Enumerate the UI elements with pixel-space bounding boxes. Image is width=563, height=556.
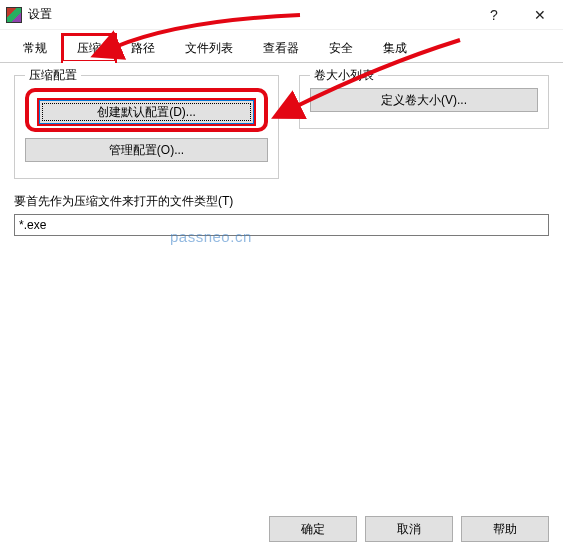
window-title: 设置 (28, 6, 52, 23)
ok-button[interactable]: 确定 (269, 516, 357, 542)
dialog-buttons: 确定 取消 帮助 (269, 516, 549, 542)
tab-security[interactable]: 安全 (314, 34, 368, 62)
manage-config-button[interactable]: 管理配置(O)... (25, 138, 268, 162)
help-dialog-button[interactable]: 帮助 (461, 516, 549, 542)
tab-filelist[interactable]: 文件列表 (170, 34, 248, 62)
group-compress-config: 压缩配置 创建默认配置(D)... 管理配置(O)... (14, 75, 279, 179)
highlight-create-default: 创建默认配置(D)... (25, 88, 268, 132)
group-volume-list-legend: 卷大小列表 (310, 67, 378, 84)
window-controls: ? ✕ (471, 0, 563, 30)
tab-viewer[interactable]: 查看器 (248, 34, 314, 62)
group-compress-config-legend: 压缩配置 (25, 67, 81, 84)
titlebar: 设置 ? ✕ (0, 0, 563, 30)
tab-page-compression: 压缩配置 创建默认配置(D)... 管理配置(O)... 卷大小列表 定义卷大小… (0, 63, 563, 236)
close-button[interactable]: ✕ (517, 0, 563, 30)
create-default-config-button[interactable]: 创建默认配置(D)... (39, 100, 254, 124)
help-button[interactable]: ? (471, 0, 517, 30)
cancel-button[interactable]: 取消 (365, 516, 453, 542)
group-volume-list: 卷大小列表 定义卷大小(V)... (299, 75, 549, 129)
filetype-input[interactable] (14, 214, 549, 236)
tab-integration[interactable]: 集成 (368, 34, 422, 62)
tab-compression[interactable]: 压缩 (62, 34, 116, 62)
define-volumes-button[interactable]: 定义卷大小(V)... (310, 88, 538, 112)
tab-general[interactable]: 常规 (8, 34, 62, 62)
app-icon (6, 7, 22, 23)
tab-strip: 常规 压缩 路径 文件列表 查看器 安全 集成 (0, 30, 563, 63)
tab-paths[interactable]: 路径 (116, 34, 170, 62)
filetype-label: 要首先作为压缩文件来打开的文件类型(T) (14, 193, 549, 210)
